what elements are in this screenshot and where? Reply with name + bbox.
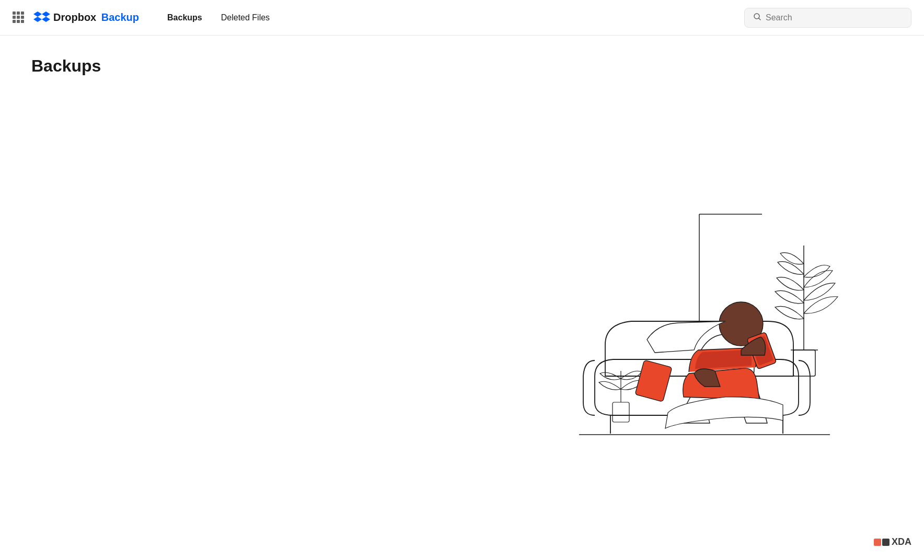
search-container <box>744 8 911 28</box>
xda-text: XDA <box>892 536 911 547</box>
page-title: Backups <box>31 56 893 76</box>
xda-logo-icon <box>874 539 890 546</box>
brand-dropbox: Dropbox <box>53 11 96 23</box>
backups-illustration <box>563 175 851 462</box>
svg-line-1 <box>759 18 761 20</box>
svg-rect-15 <box>635 360 672 402</box>
search-input[interactable] <box>766 13 903 22</box>
xda-watermark: XDA <box>874 536 911 547</box>
dropbox-logo-icon <box>33 9 50 26</box>
logo-link[interactable]: Dropbox Backup <box>33 9 139 26</box>
nav-links: Backups Deleted Files <box>160 9 744 27</box>
illustration-area <box>31 97 893 462</box>
search-icon <box>753 13 761 23</box>
nav-link-backups[interactable]: Backups <box>160 9 210 27</box>
nav-link-deleted-files[interactable]: Deleted Files <box>214 9 277 27</box>
svg-rect-5 <box>793 350 815 376</box>
navbar: Dropbox Backup Backups Deleted Files <box>0 0 924 36</box>
svg-rect-8 <box>613 402 629 422</box>
grid-menu-icon[interactable] <box>13 11 25 24</box>
brand-backup: Backup <box>101 11 139 23</box>
main-content: Backups <box>0 36 924 483</box>
